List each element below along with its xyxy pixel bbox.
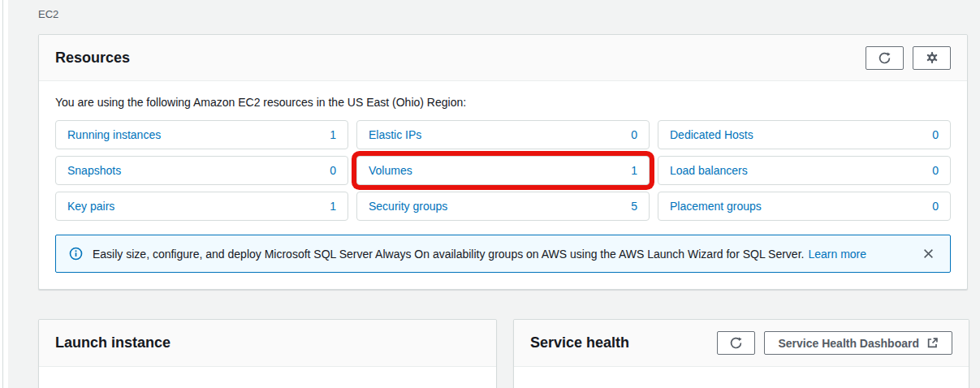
banner-close-button[interactable] <box>920 245 937 262</box>
resource-label: Elastic IPs <box>369 128 421 141</box>
resource-item-volumes-highlighted[interactable]: Volumes 1 <box>356 156 650 185</box>
resource-count: 1 <box>631 164 637 177</box>
resource-count: 0 <box>330 164 336 177</box>
resource-item-placement-groups[interactable]: Placement groups 0 <box>658 192 951 221</box>
banner-text: Easily size, configure, and deploy Micro… <box>93 248 804 261</box>
resource-label: Volumes <box>369 164 412 177</box>
resource-item-security-groups[interactable]: Security groups 5 <box>356 192 650 221</box>
resource-item-dedicated-hosts[interactable]: Dedicated Hosts 0 <box>658 120 951 149</box>
settings-button[interactable] <box>913 46 951 70</box>
resources-panel: Resources <box>38 34 968 290</box>
resource-count: 1 <box>330 128 336 141</box>
resource-item-snapshots[interactable]: Snapshots 0 <box>55 156 348 185</box>
resource-count: 0 <box>932 164 939 177</box>
resources-header-actions <box>866 46 951 70</box>
resource-count: 0 <box>932 128 939 141</box>
learn-more-link[interactable]: Learn more <box>808 248 866 261</box>
resource-count: 5 <box>631 200 637 213</box>
service-health-title: Service health <box>530 334 629 351</box>
launch-wizard-info-banner: Easily size, configure, and deploy Micro… <box>55 235 951 273</box>
sidebar-edge-divider <box>2 0 3 388</box>
resources-description: You are using the following Amazon EC2 r… <box>55 96 951 109</box>
info-icon <box>69 247 83 261</box>
resource-label: Load balancers <box>670 164 748 177</box>
launch-instance-panel: Launch instance <box>38 319 497 388</box>
resource-count: 1 <box>330 200 336 213</box>
resource-count: 0 <box>932 200 939 213</box>
resources-title: Resources <box>55 50 130 67</box>
resource-count: 0 <box>631 128 637 141</box>
resource-label: Placement groups <box>670 200 762 213</box>
resource-label: Key pairs <box>67 200 114 213</box>
breadcrumb: EC2 <box>38 8 58 20</box>
refresh-icon <box>729 336 743 350</box>
launch-instance-panel-header: Launch instance <box>39 320 496 367</box>
resource-label: Security groups <box>369 200 447 213</box>
resource-label: Dedicated Hosts <box>670 128 753 141</box>
service-health-actions: Service Health Dashboard <box>717 331 952 355</box>
resource-label: Snapshots <box>67 164 121 177</box>
refresh-button[interactable] <box>866 46 904 70</box>
close-icon <box>922 248 935 260</box>
resources-grid: Running instances 1 Elastic IPs 0 Dedica… <box>55 120 951 221</box>
launch-instance-title: Launch instance <box>55 334 171 351</box>
resource-item-load-balancers[interactable]: Load balancers 0 <box>658 156 951 185</box>
resources-panel-body: You are using the following Amazon EC2 r… <box>39 81 967 289</box>
service-health-panel: Service health Service Health Dashboard <box>513 319 969 388</box>
resources-panel-header: Resources <box>39 35 967 81</box>
service-health-dashboard-button[interactable]: Service Health Dashboard <box>764 331 952 355</box>
resource-item-running-instances[interactable]: Running instances 1 <box>55 120 348 149</box>
external-link-icon <box>926 337 939 349</box>
resource-item-elastic-ips[interactable]: Elastic IPs 0 <box>356 120 650 149</box>
main-content-area: EC2 Resources <box>8 0 980 388</box>
service-health-dashboard-label: Service Health Dashboard <box>778 337 919 350</box>
refresh-icon <box>878 51 891 65</box>
service-health-panel-header: Service health Service Health Dashboard <box>514 320 969 367</box>
resource-label: Running instances <box>67 128 161 141</box>
service-health-refresh-button[interactable] <box>717 331 755 355</box>
gear-icon <box>926 51 939 64</box>
resource-item-key-pairs[interactable]: Key pairs 1 <box>55 192 348 221</box>
